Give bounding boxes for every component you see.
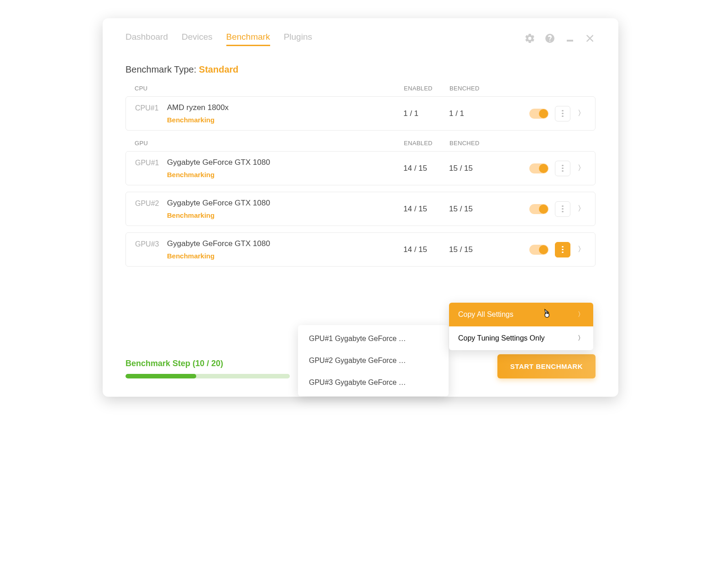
header-bar: Dashboard Devices Benchmark Plugins [125,32,596,46]
expand-row-icon[interactable]: 〉 [577,245,586,254]
col-benched: BENCHED [449,85,495,92]
menu-copy-tuning-settings[interactable]: Copy Tuning Settings Only 〉 [449,326,593,350]
nav-tabs: Dashboard Devices Benchmark Plugins [125,32,312,46]
app-window: Dashboard Devices Benchmark Plugins Benc… [103,18,618,397]
progress-bar [125,374,290,378]
device-id: CPU#1 [135,103,167,112]
device-id: GPU#1 [135,158,167,167]
benchmark-type-value[interactable]: Standard [199,64,239,74]
expand-row-icon[interactable]: 〉 [577,109,586,118]
progress-label: Benchmark Step (10 / 20) [125,359,290,368]
gpu-table-header: GPU ENABLED BENCHED [125,140,596,151]
row-menu-button[interactable] [555,242,570,257]
device-status: Benchmarking [167,211,403,219]
device-name: AMD ryzen 1800x [167,103,403,112]
chevron-right-icon: 〉 [578,334,584,342]
svg-rect-0 [567,40,573,42]
row-menu-button[interactable] [555,161,570,176]
header-icons [524,33,596,46]
help-icon[interactable] [544,33,555,46]
submenu-item[interactable]: GPU#1 Gygabyte GeForce … [298,328,449,350]
gpu-row[interactable]: GPU#1 Gygabyte GeForce GTX 1080 Benchmar… [125,151,596,185]
benched-count: 15 / 15 [449,205,495,214]
row-menu-button[interactable] [555,106,570,121]
col-cpu: CPU [135,85,404,92]
menu-copy-all-settings[interactable]: Copy All Settings 〉 [449,303,593,326]
close-icon[interactable] [585,33,596,46]
device-status: Benchmarking [167,116,403,124]
device-name: Gygabyte GeForce GTX 1080 [167,199,403,208]
cpu-row[interactable]: CPU#1 AMD ryzen 1800x Benchmarking 1 / 1… [125,96,596,131]
enable-toggle[interactable] [529,163,549,173]
expand-row-icon[interactable]: 〉 [577,204,586,214]
tab-dashboard[interactable]: Dashboard [125,32,168,46]
col-gpu: GPU [135,140,404,147]
copy-target-submenu: GPU#1 Gygabyte GeForce … GPU#2 Gygabyte … [298,325,449,396]
submenu-item[interactable]: GPU#3 Gygabyte GeForce … [298,372,449,394]
benched-count: 1 / 1 [449,109,495,118]
benchmark-type-label: Benchmark Type: Standard [125,64,596,75]
col-enabled: ENABLED [404,140,449,147]
device-name: Gygabyte GeForce GTX 1080 [167,239,403,248]
row-menu-button[interactable] [555,201,570,217]
enabled-count: 14 / 15 [403,205,449,214]
device-name: Gygabyte GeForce GTX 1080 [167,158,403,167]
submenu-item[interactable]: GPU#2 Gygabyte GeForce … [298,350,449,372]
benched-count: 15 / 15 [449,164,495,173]
start-benchmark-button[interactable]: START BENCHMARK [497,354,596,378]
gpu-row[interactable]: GPU#2 Gygabyte GeForce GTX 1080 Benchmar… [125,192,596,226]
enabled-count: 1 / 1 [403,109,449,118]
device-id: GPU#3 [135,239,167,248]
cpu-table-header: CPU ENABLED BENCHED [125,85,596,96]
tab-benchmark[interactable]: Benchmark [226,32,270,46]
device-id: GPU#2 [135,199,167,208]
enable-toggle[interactable] [529,245,549,255]
gear-icon[interactable] [524,33,535,46]
minimize-icon[interactable] [564,33,575,46]
menu-item-label: Copy All Settings [458,310,513,319]
device-status: Benchmarking [167,171,403,178]
benched-count: 15 / 15 [449,245,495,254]
enable-toggle[interactable] [529,204,549,214]
enabled-count: 14 / 15 [403,245,449,254]
row-context-menu: Copy All Settings 〉 Copy Tuning Settings… [449,303,593,350]
chevron-right-icon: 〉 [578,310,584,319]
benchmark-type-text: Benchmark Type: [125,64,196,74]
enable-toggle[interactable] [529,109,549,119]
device-status: Benchmarking [167,252,403,260]
benchmark-progress: Benchmark Step (10 / 20) [125,359,290,378]
tab-devices[interactable]: Devices [182,32,213,46]
col-enabled: ENABLED [404,85,449,92]
col-benched: BENCHED [449,140,495,147]
enabled-count: 14 / 15 [403,164,449,173]
tab-plugins[interactable]: Plugins [284,32,312,46]
gpu-row[interactable]: GPU#3 Gygabyte GeForce GTX 1080 Benchmar… [125,232,596,267]
expand-row-icon[interactable]: 〉 [577,163,586,173]
menu-item-label: Copy Tuning Settings Only [458,334,544,342]
